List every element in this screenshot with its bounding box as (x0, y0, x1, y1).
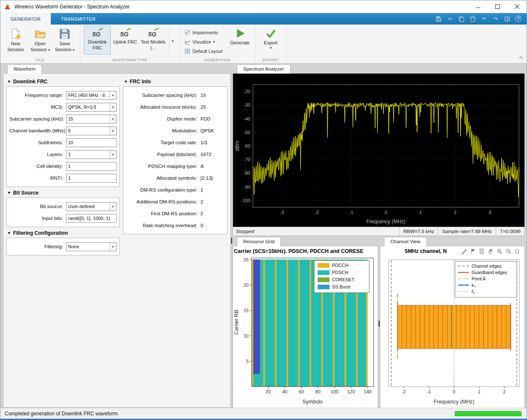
svg-text:5G: 5G (148, 30, 156, 38)
tab-resource-grid[interactable]: Resource Grid (237, 237, 281, 246)
quick-save-icon[interactable] (435, 16, 442, 22)
field-row: Layers:1▾ (9, 148, 117, 160)
dropdown-arrow-icon: ▾ (109, 127, 116, 135)
notes-icon[interactable] (478, 247, 486, 255)
subcarrier-spacing-select[interactable]: 15▾ (66, 115, 117, 124)
impairments-button[interactable]: Impairments (183, 28, 227, 37)
tab-transmitter[interactable]: TRANSMITTER (51, 13, 106, 25)
dropdown-arrow-icon: ▾ (109, 91, 116, 99)
new-session-label: New Session (7, 41, 24, 52)
generate-play-icon (234, 28, 245, 39)
rnti-input[interactable] (66, 174, 117, 183)
cell-identity-input[interactable] (66, 162, 117, 171)
downlink-frc-button[interactable]: 5G Downlink FRC (84, 26, 111, 55)
input-bits-input[interactable] (66, 214, 117, 223)
home-icon[interactable] (513, 247, 521, 255)
frc-info-section-header[interactable]: ▼ FRC Info (124, 79, 228, 85)
svg-text:40: 40 (282, 389, 287, 394)
help-icon[interactable]: ? (515, 16, 522, 22)
mcs-select[interactable]: QPSK, R=1/3▾ (66, 103, 117, 112)
ribbon-toolbar: New Session Open Session ▾ Save Session … (0, 25, 527, 63)
svg-text:Guardband edges: Guardband edges (472, 270, 507, 275)
generate-button[interactable]: Generate (228, 26, 252, 55)
save-session-button[interactable]: Save Session ▾ (53, 26, 77, 55)
svg-text:PDSCH: PDSCH (332, 270, 349, 275)
dropdown-arrow-icon: ▾ (213, 40, 215, 44)
frequency-range-value: FR1 (450 MHz - 6 ... (66, 93, 109, 98)
svg-text:-2: -2 (402, 389, 406, 394)
filtering-select[interactable]: None▾ (66, 242, 117, 251)
tab-spectrum-analyzer[interactable]: Spectrum Analyzer (237, 64, 291, 74)
resource-grid-title: Carrier (SCS=15kHz). PDSCH, PDCCH and CO… (233, 246, 378, 255)
info-label: Duplex mode: (126, 116, 197, 121)
spectrum-time: T=0.0099 (496, 227, 524, 236)
spectrum-sample-rate: Sample rate=7.68 MHz (438, 227, 496, 236)
open-session-button[interactable]: Open Session ▾ (28, 26, 52, 55)
waveform-type-section: 5G Downlink FRC 5G Uplink FRC 5G Test Mo… (80, 25, 180, 63)
bit-source-label: Bit source: (9, 204, 66, 209)
generation-section-label: GENERATION (180, 58, 255, 62)
cut-icon[interactable]: ✂ (447, 16, 453, 22)
resource-grid-plot: 20406080100120140510152025SymbolsCarrier… (233, 255, 378, 407)
field-row: Filtering:None▾ (9, 241, 117, 253)
info-row: Duplex mode:FDD (126, 113, 225, 125)
filtering-section-header[interactable]: ▼ Filtering Configuration (7, 230, 120, 236)
visualize-button[interactable]: Visualize ▾ (183, 37, 227, 47)
tab-generator[interactable]: GENERATOR (0, 13, 51, 25)
default-layout-button[interactable]: Default Layout (183, 47, 227, 56)
filtering-groupbox: Filtering:None▾ (6, 238, 120, 255)
subframes-label: Subframes: (9, 140, 66, 145)
waveform-type-more-button[interactable]: ▾ (169, 26, 176, 56)
layers-select[interactable]: 1▾ (66, 150, 117, 159)
close-button[interactable] (507, 0, 527, 13)
collapse-ribbon-button[interactable] (518, 54, 524, 62)
field-row: RNTI: (9, 172, 117, 184)
svg-text:20: 20 (266, 389, 271, 394)
channel-bandwidth-select[interactable]: 5▾ (66, 126, 117, 135)
uplink-frc-button[interactable]: 5G Uplink FRC (112, 26, 139, 55)
datatip-icon[interactable] (469, 247, 477, 255)
input-bits-label: Input bits: (9, 216, 66, 221)
default-layout-icon (184, 48, 190, 54)
svg-text:1: 1 (478, 389, 480, 394)
frequency-range-select[interactable]: FR1 (450 MHz - 6 ...▾ (66, 91, 117, 100)
new-session-button[interactable]: New Session (4, 26, 27, 55)
test-models-button[interactable]: 5G Test Models (... (140, 26, 167, 55)
svg-text:140: 140 (364, 389, 371, 394)
zoom-out-icon[interactable] (505, 247, 512, 255)
vertical-splitter[interactable] (231, 238, 232, 244)
bit-source-select[interactable]: User-defined▾ (66, 202, 117, 211)
redo-icon[interactable]: ↷ (492, 16, 499, 22)
info-value: 25 (197, 104, 206, 110)
bottom-splitter[interactable] (379, 321, 380, 327)
info-label: Additional DM-RS positions: (126, 199, 197, 204)
layout-icon[interactable] (504, 16, 511, 22)
tab-channel-view[interactable]: Channel View (384, 237, 427, 246)
paste-icon[interactable] (469, 16, 476, 22)
maximize-button[interactable] (488, 0, 507, 13)
undo-icon[interactable]: ↶ (481, 16, 488, 22)
pan-hand-icon[interactable] (487, 247, 494, 255)
export-button[interactable]: Export ▾ (259, 26, 283, 55)
svg-text:80: 80 (316, 389, 321, 394)
copy-icon[interactable] (458, 16, 465, 22)
zoom-in-icon[interactable] (496, 247, 503, 255)
bit-source-section-header[interactable]: ▼ Bit Source (7, 190, 120, 196)
minimize-button[interactable] (468, 0, 488, 13)
new-session-icon (10, 28, 22, 40)
svg-text:100: 100 (331, 389, 338, 394)
svg-text:-40: -40 (244, 116, 250, 121)
svg-text:Channel edges: Channel edges (472, 264, 502, 269)
channel-bandwidth-value: 5 (66, 128, 109, 133)
tab-waveform[interactable]: Waveform (7, 64, 42, 74)
downlink-frc-section-header[interactable]: ▼ Downlink FRC (7, 79, 120, 85)
frequency-range-label: Frequency range: (9, 93, 66, 98)
subframes-input[interactable] (66, 138, 117, 147)
open-session-icon (34, 28, 46, 40)
info-row: Payload (bits/slot):1672 (126, 148, 225, 160)
bit-source-section-title: Bit Source (13, 190, 38, 196)
brush-icon[interactable] (460, 247, 468, 255)
subcarrier-spacing-value: 15 (66, 116, 109, 121)
dropdown-arrow-icon: ▾ (109, 243, 116, 251)
filtering-section-title: Filtering Configuration (13, 230, 68, 236)
